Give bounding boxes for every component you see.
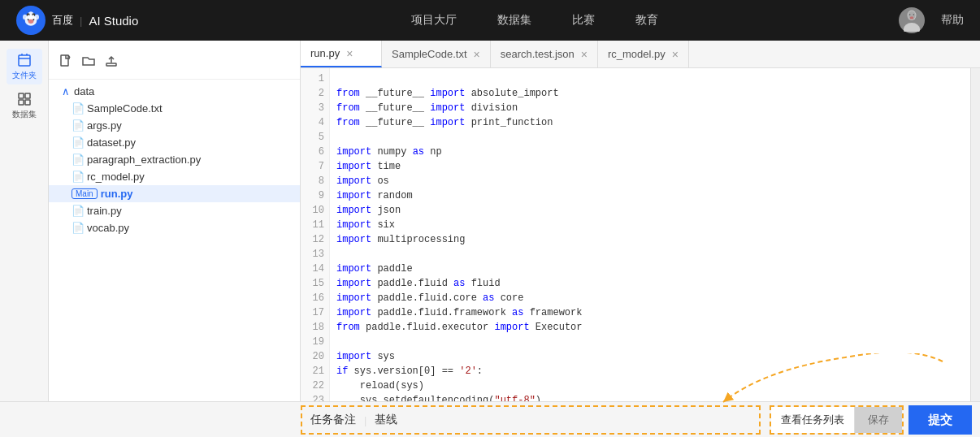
file-icon: 📄 xyxy=(72,222,83,234)
sidebar-item-datasets[interactable]: 数据集 xyxy=(7,88,42,123)
studio-text: AI Studio xyxy=(89,14,138,28)
file-icon: 📄 xyxy=(72,154,83,166)
upload-button[interactable] xyxy=(102,52,120,72)
baseline-label: 基线 xyxy=(375,413,397,427)
svg-rect-23 xyxy=(106,63,116,66)
line-numbers: 123456789101112131415161718192021222324 xyxy=(301,68,330,401)
file-args[interactable]: 📄 args.py xyxy=(49,117,300,134)
svg-point-9 xyxy=(23,15,27,20)
save-button[interactable]: 保存 xyxy=(855,407,902,433)
sidebar-item-files[interactable]: 文件夹 xyxy=(7,49,42,84)
bottom-bar: 任务备注 | 基线 查看任务列表 保存 提交 xyxy=(0,401,980,437)
code-content[interactable]: from __future__ import absolute_import f… xyxy=(330,68,970,401)
file-train[interactable]: 📄 train.py xyxy=(49,202,300,219)
logo-area: 百度 | AI Studio xyxy=(16,6,138,35)
file-vocab[interactable]: 📄 vocab.py xyxy=(49,219,300,236)
file-runpy[interactable]: Main run.py xyxy=(49,185,300,202)
file-tree: ∧ data 📄 SampleCode.txt 📄 args.py 📄 data… xyxy=(49,80,300,240)
svg-point-12 xyxy=(904,23,920,32)
nav-education[interactable]: 教育 xyxy=(635,13,658,28)
editor-area: run.py × SampleCode.txt × search.test.js… xyxy=(301,41,980,401)
svg-point-7 xyxy=(28,19,29,20)
baidu-bear-icon xyxy=(16,6,46,35)
tab-samplecode[interactable]: SampleCode.txt × xyxy=(382,41,491,67)
file-icon: 📄 xyxy=(72,171,83,183)
nav-datasets[interactable]: 数据集 xyxy=(497,13,531,28)
topnav-right: 帮助 xyxy=(899,7,964,33)
svg-rect-22 xyxy=(61,55,68,66)
file-toolbar xyxy=(49,47,300,80)
file-icon: 📄 xyxy=(72,119,83,132)
file-paragraph[interactable]: 📄 paragraph_extraction.py xyxy=(49,151,300,168)
svg-point-16 xyxy=(910,16,914,19)
svg-point-6 xyxy=(28,19,34,24)
main-nav: 项目大厅 数据集 比赛 教育 xyxy=(171,13,899,28)
tab-searchtestjson[interactable]: search.test.json × xyxy=(491,41,598,67)
scrollbar[interactable] xyxy=(970,68,980,401)
new-folder-button[interactable] xyxy=(80,52,98,72)
nav-competition[interactable]: 比赛 xyxy=(572,13,595,28)
avatar[interactable] xyxy=(899,7,925,33)
svg-point-10 xyxy=(35,15,39,20)
folder-data[interactable]: ∧ data xyxy=(49,83,300,100)
tab-rcmodel[interactable]: rc_model.py × xyxy=(598,41,689,67)
sidebar-datasets-label: 数据集 xyxy=(12,109,37,120)
svg-rect-21 xyxy=(25,100,30,105)
svg-rect-20 xyxy=(19,100,24,105)
file-icon: 📄 xyxy=(72,136,83,149)
close-tab-samplecode[interactable]: × xyxy=(474,48,480,61)
svg-rect-17 xyxy=(19,55,30,66)
submit-button[interactable]: 提交 xyxy=(908,405,972,435)
close-tab-rcmodel[interactable]: × xyxy=(672,48,679,61)
code-editor[interactable]: 123456789101112131415161718192021222324 … xyxy=(301,68,980,401)
close-tab-searchtestjson[interactable]: × xyxy=(581,48,588,61)
file-rcmodel[interactable]: 📄 rc_model.py xyxy=(49,168,300,185)
tab-bar: run.py × SampleCode.txt × search.test.js… xyxy=(301,41,980,68)
file-icon: 📄 xyxy=(72,205,83,217)
brand-text: 百度 xyxy=(52,13,73,28)
topnav: 百度 | AI Studio 项目大厅 数据集 比赛 教育 帮助 xyxy=(0,0,980,41)
sidebar-files-label: 文件夹 xyxy=(12,70,37,81)
svg-rect-19 xyxy=(25,93,30,98)
svg-point-14 xyxy=(909,14,911,15)
file-samplecode[interactable]: 📄 SampleCode.txt xyxy=(49,100,300,117)
main-badge: Main xyxy=(72,188,98,199)
sidebar: 文件夹 数据集 xyxy=(0,41,49,401)
task-note-label: 任务备注 xyxy=(310,413,356,427)
svg-rect-18 xyxy=(19,93,24,98)
task-note-input[interactable] xyxy=(397,414,751,426)
svg-point-15 xyxy=(913,14,915,15)
close-tab-runpy[interactable]: × xyxy=(346,47,353,60)
new-file-button[interactable] xyxy=(57,52,75,72)
file-dataset[interactable]: 📄 dataset.py xyxy=(49,134,300,151)
view-tasks-button[interactable]: 查看任务列表 xyxy=(771,407,854,433)
tab-runpy[interactable]: run.py × xyxy=(301,41,382,67)
svg-point-8 xyxy=(33,19,34,20)
help-link[interactable]: 帮助 xyxy=(941,13,964,28)
file-icon: 📄 xyxy=(72,102,83,115)
nav-projects[interactable]: 项目大厅 xyxy=(411,13,457,28)
file-panel: ∧ data 📄 SampleCode.txt 📄 args.py 📄 data… xyxy=(49,41,301,401)
logo-separator: | xyxy=(80,15,82,27)
